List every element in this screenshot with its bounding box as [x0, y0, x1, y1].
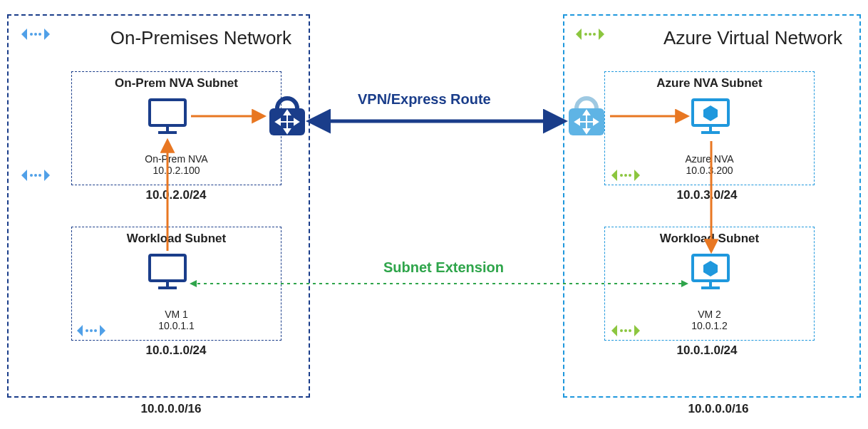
azure-vm2-ip: 10.0.1.2: [605, 320, 814, 331]
onprem-vm1-label: VM 1: [72, 309, 281, 320]
azure-nva-ip: 10.0.3.200: [605, 165, 814, 176]
onprem-network-box: On-Premises Network On-Prem NVA Subnet O…: [7, 14, 310, 398]
azure-vm2-label: VM 2: [605, 309, 814, 320]
azure-network-cidr: 10.0.0.0/16: [654, 402, 782, 416]
onprem-network-cidr: 10.0.0.0/16: [107, 402, 235, 416]
onprem-nva-subnet-title: On-Prem NVA Subnet: [72, 72, 281, 91]
azure-nva-cidr: 10.0.3.0/24: [643, 188, 771, 202]
onprem-vm1-ip: 10.0.1.1: [72, 320, 281, 331]
onprem-nva-subnet: On-Prem NVA Subnet On-Prem NVA 10.0.2.10…: [71, 71, 281, 185]
onprem-workload-subnet: Workload Subnet VM 1 10.0.1.1: [71, 227, 281, 341]
network-diagram: On-Premises Network On-Prem NVA Subnet O…: [0, 0, 868, 429]
azure-nva-label: Azure NVA: [605, 153, 814, 165]
vpn-route-label: VPN/Express Route: [358, 91, 491, 108]
azure-title: Azure Virtual Network: [570, 21, 854, 52]
azure-workload-subnet: Workload Subnet VM 2 10.0.1.2: [604, 227, 815, 341]
azure-workload-cidr: 10.0.1.0/24: [643, 343, 771, 358]
onprem-workload-title: Workload Subnet: [72, 227, 281, 246]
onprem-title: On-Premises Network: [14, 21, 303, 52]
azure-network-box: Azure Virtual Network Azure NVA Subnet A…: [563, 14, 861, 398]
onprem-nva-ip: 10.0.2.100: [72, 165, 281, 176]
subnet-extension-label: Subnet Extension: [383, 259, 504, 276]
azure-nva-subnet: Azure NVA Subnet Azure NVA 10.0.3.200: [604, 71, 815, 185]
onprem-nva-label: On-Prem NVA: [72, 153, 281, 165]
azure-nva-subnet-title: Azure NVA Subnet: [605, 72, 814, 91]
onprem-nva-cidr: 10.0.2.0/24: [112, 188, 240, 202]
azure-workload-title: Workload Subnet: [605, 227, 814, 246]
onprem-workload-cidr: 10.0.1.0/24: [112, 343, 240, 358]
